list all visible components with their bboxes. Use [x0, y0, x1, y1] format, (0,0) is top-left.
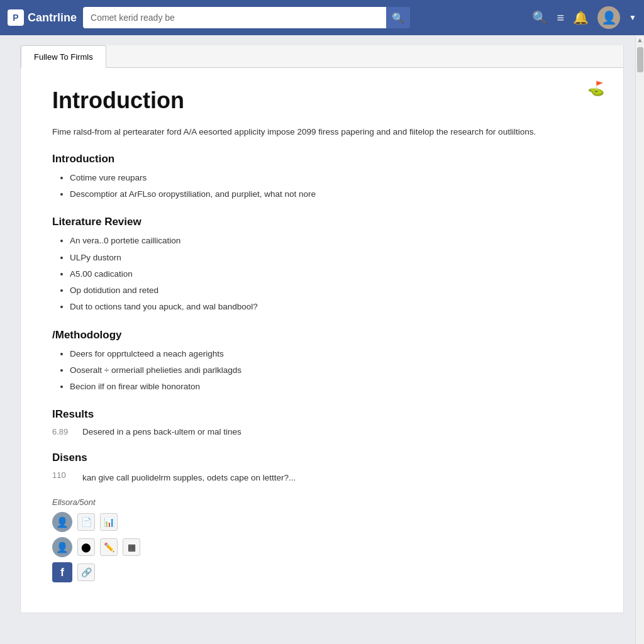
list-item: Cotime vure reupars	[70, 172, 592, 184]
logo-text: Cantrline	[28, 11, 77, 25]
section-method-list: Deers for opprtulcteed a neach agerights…	[52, 348, 592, 394]
bookmark-icon[interactable]: ⛳	[587, 80, 604, 97]
disens-text: kan give call puolidelrm supples, odets …	[82, 473, 296, 482]
section-intro-list: Cotime vure reupars Descomptior at ArFLs…	[52, 172, 592, 201]
list-item: Dut to octions tand you apuck, and wal b…	[70, 301, 592, 313]
document-intro: Fime ralsd-from al pertearater ford A/A …	[52, 125, 592, 139]
list-item: An vera..0 portetie caillication	[70, 235, 592, 247]
ellsora-section: Ellsora/5ont 👤 📄 📊 👤	[52, 497, 592, 582]
document-body: ⛳ Introduction Fime ralsd-from al pertea…	[21, 68, 623, 613]
scroll-thumb[interactable]	[637, 47, 643, 72]
section-literature: Literature Review An vera..0 portetie ca…	[52, 216, 592, 313]
disens-row: 110 kan give call puolidelrm supples, od…	[52, 470, 592, 482]
ellsora-label: Ellsora/5ont	[52, 497, 592, 507]
person2-icon: 👤	[56, 541, 69, 553]
facebook-icon[interactable]: f	[52, 562, 72, 582]
content-card: Fullew To Firmls ⛳ Introduction Fime ral…	[20, 45, 624, 613]
search-icon: 🔍	[392, 12, 404, 24]
link-icon: 🔗	[81, 567, 92, 577]
logo-box: P	[8, 9, 24, 26]
person-icon: 👤	[56, 516, 69, 528]
scrollbar[interactable]: ▲	[635, 35, 644, 644]
circle-icon-btn[interactable]: ⬤	[77, 538, 95, 556]
results-number: 6.89	[52, 427, 77, 436]
section-introduction: Introduction Cotime vure reupars Descomp…	[52, 153, 592, 201]
list-item: Becion ilf on firear wible honoraton	[70, 380, 592, 393]
top-navigation: P Cantrline 🔍 🔍 ≡ 🔔 👤 ▼	[0, 0, 644, 35]
search-bar: 🔍	[83, 7, 410, 28]
nav-icons-group: 🔍 ≡ 🔔 👤 ▼	[532, 6, 636, 29]
site-logo[interactable]: P Cantrline	[8, 9, 77, 26]
doc-icon[interactable]: 📄	[77, 513, 95, 531]
graph-icon-btn[interactable]: 📊	[100, 513, 118, 531]
avatar-sm-2: 👤	[52, 537, 72, 557]
link-icon-btn[interactable]: 🔗	[77, 564, 95, 581]
ellsora-row-2: 👤 ⬤ ✏️ ▦	[52, 537, 592, 557]
circle-icon: ⬤	[81, 542, 91, 552]
section-intro-heading: Introduction	[52, 153, 592, 165]
main-area: Fullew To Firmls ⛳ Introduction Fime ral…	[0, 35, 644, 623]
section-lit-heading: Literature Review	[52, 216, 592, 228]
results-text: Desered in a pens back-ultem or mal tine…	[82, 427, 242, 436]
list-item: ULPy dustorn	[70, 252, 592, 264]
avatar[interactable]: 👤	[597, 6, 620, 29]
tab-fullew[interactable]: Fullew To Firmls	[21, 45, 106, 68]
section-results-heading: IResults	[52, 408, 592, 421]
ellsora-row-3: f 🔗	[52, 562, 592, 582]
list-item: Ooseralt ÷ ormeriall phelieties andi par…	[70, 364, 592, 377]
document-icon: 📄	[81, 517, 92, 527]
section-lit-list: An vera..0 portetie caillication ULPy du…	[52, 235, 592, 313]
document-title: Introduction	[52, 87, 592, 114]
section-method-heading: /Methodology	[52, 329, 592, 341]
section-disens: Disens 110 kan give call puolidelrm supp…	[52, 452, 592, 482]
tab-bar: Fullew To Firmls	[21, 45, 623, 68]
graph-icon: 📊	[104, 517, 114, 527]
disens-number: 110	[52, 470, 77, 480]
notification-icon[interactable]: 🔔	[573, 10, 589, 25]
edit-icon: ✏️	[104, 542, 114, 552]
list-item: Deers for opprtulcteed a neach agerights	[70, 348, 592, 360]
avatar-sm-1: 👤	[52, 512, 72, 532]
list-item: A5.00 cadication	[70, 268, 592, 280]
section-methodology: /Methodology Deers for opprtulcteed a ne…	[52, 329, 592, 394]
scroll-up-arrow[interactable]: ▲	[636, 35, 644, 45]
ellsora-row-1: 👤 📄 📊	[52, 512, 592, 532]
results-row: 6.89 Desered in a pens back-ultem or mal…	[52, 427, 592, 436]
edit-icon-btn[interactable]: ✏️	[100, 538, 118, 556]
bar-chart-icon: ▦	[128, 542, 136, 552]
list-item: Op dotidution and reted	[70, 284, 592, 297]
menu-icon[interactable]: ≡	[557, 11, 564, 25]
avatar-image: 👤	[601, 10, 617, 25]
search-input[interactable]	[83, 7, 386, 28]
section-disens-heading: Disens	[52, 452, 592, 464]
search-button[interactable]: 🔍	[386, 7, 410, 28]
section-results: IResults 6.89 Desered in a pens back-ult…	[52, 408, 592, 436]
chevron-down-icon[interactable]: ▼	[629, 13, 636, 22]
list-item: Descomptior at ArFLso oropystiliation, a…	[70, 188, 592, 201]
search-icon-nav[interactable]: 🔍	[532, 10, 548, 25]
fb-letter: f	[60, 566, 64, 579]
bar-icon-btn[interactable]: ▦	[123, 538, 140, 556]
